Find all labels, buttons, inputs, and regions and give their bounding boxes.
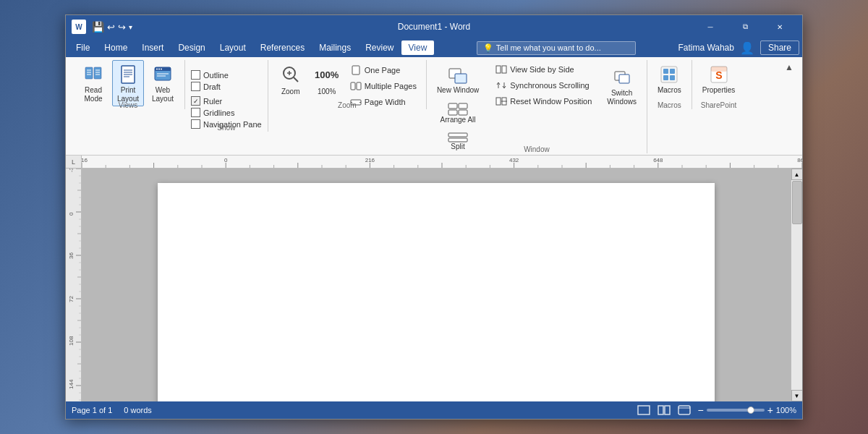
arrange-all-button[interactable]: Arrange All xyxy=(433,100,483,127)
window-left: New Window Arrange All Split xyxy=(433,60,483,153)
reset-window-position-button[interactable]: Reset Window Position xyxy=(492,95,595,108)
undo-button[interactable]: ↩ xyxy=(107,22,115,33)
print-layout-icon xyxy=(116,63,140,86)
window-title: Document1 - Word xyxy=(202,22,666,32)
document-area[interactable] xyxy=(82,169,791,401)
one-page-button[interactable]: One Page xyxy=(346,63,420,77)
read-view-toggle[interactable] xyxy=(657,404,671,417)
user-icon: 👤 xyxy=(740,41,754,55)
zoom-percent-button[interactable]: 100% 100% xyxy=(310,60,344,99)
redo-button[interactable]: ↪ xyxy=(118,22,126,33)
zoom-slider[interactable] xyxy=(707,409,765,412)
menu-references[interactable]: References xyxy=(253,41,312,55)
new-window-button[interactable]: New Window xyxy=(433,63,483,97)
zoom-button[interactable]: Zoom xyxy=(274,60,307,99)
properties-label: Properties xyxy=(702,86,736,95)
scroll-thumb[interactable] xyxy=(792,181,802,224)
ruler-checkbox[interactable]: ✓ xyxy=(191,96,200,106)
zoom-percent-icon: 100% xyxy=(315,63,339,86)
svg-rect-51 xyxy=(670,75,675,80)
print-view-toggle[interactable] xyxy=(637,404,651,417)
menu-insert[interactable]: Insert xyxy=(135,41,171,55)
menu-review[interactable]: Review xyxy=(358,41,401,55)
synchronous-scrolling-button[interactable]: Synchronous Scrolling xyxy=(492,79,595,92)
show-content: Outline Draft ✓ Ruler xyxy=(191,64,262,132)
svg-point-17 xyxy=(161,69,162,70)
scroll-down-button[interactable]: ▼ xyxy=(791,390,803,401)
zoom-group-label: Zoom xyxy=(268,101,426,109)
ribbon-collapse-button[interactable]: ▲ xyxy=(782,60,796,75)
outline-checkbox[interactable] xyxy=(191,70,200,80)
status-bar: Page 1 of 1 0 words − + 100% xyxy=(66,401,802,419)
gridlines-check[interactable]: Gridlines xyxy=(191,108,262,117)
ruler-canvas xyxy=(82,156,802,169)
print-layout-button[interactable]: PrintLayout xyxy=(112,60,144,106)
ruler-area: L xyxy=(66,156,802,169)
user-info: Fatima Wahab 👤 Share xyxy=(678,41,799,55)
page-info: Page 1 of 1 xyxy=(72,406,112,414)
zoom-level: 100% xyxy=(776,406,796,414)
document-page[interactable] xyxy=(158,183,715,401)
window-group-label: Window xyxy=(427,145,647,153)
menu-design[interactable]: Design xyxy=(171,41,212,55)
zoom-plus-button[interactable]: + xyxy=(767,404,773,416)
status-right: − + 100% xyxy=(637,404,796,417)
read-mode-button[interactable]: ReadMode xyxy=(77,60,109,106)
svg-line-23 xyxy=(294,77,298,82)
save-button[interactable]: 💾 xyxy=(92,21,104,33)
menu-home[interactable]: Home xyxy=(97,41,135,55)
menu-view[interactable]: View xyxy=(401,41,435,55)
draft-checkbox[interactable] xyxy=(191,82,200,91)
web-view-toggle[interactable] xyxy=(677,404,692,417)
scroll-track[interactable] xyxy=(791,180,802,390)
minimize-button[interactable]: ─ xyxy=(694,15,727,38)
window-content: New Window Arrange All Split View Side b xyxy=(433,60,641,153)
quick-access-toolbar: 💾 ↩ ↪ ▾ xyxy=(92,21,132,33)
show-checks: Outline Draft ✓ Ruler xyxy=(191,64,262,132)
svg-rect-32 xyxy=(448,103,457,109)
share-button[interactable]: Share xyxy=(760,41,799,55)
tell-me-box[interactable]: 💡 Tell me what you want to do... xyxy=(434,41,678,55)
svg-rect-39 xyxy=(502,66,506,73)
properties-icon: S xyxy=(707,63,731,86)
svg-rect-36 xyxy=(448,133,467,137)
zoom-slider-thumb[interactable] xyxy=(747,407,754,414)
zoom-minus-button[interactable]: − xyxy=(697,404,703,416)
gridlines-checkbox[interactable] xyxy=(191,108,200,117)
ribbon-group-views: ReadMode PrintLayout WebLayout Views xyxy=(72,60,185,109)
sharepoint-group-label: SharePoint xyxy=(692,101,746,109)
menu-mailings[interactable]: Mailings xyxy=(312,41,358,55)
zoom-icon xyxy=(279,63,302,86)
macros-label: Macros xyxy=(658,86,681,95)
svg-point-16 xyxy=(158,69,160,70)
svg-rect-0 xyxy=(85,67,93,79)
tell-me-text: Tell me what you want to do... xyxy=(496,43,601,52)
web-layout-button[interactable]: WebLayout xyxy=(147,60,179,106)
properties-button[interactable]: S Properties xyxy=(698,60,740,98)
restore-button[interactable]: ⧉ xyxy=(728,15,762,38)
multiple-pages-button[interactable]: Multiple Pages xyxy=(346,79,420,93)
customize-button[interactable]: ▾ xyxy=(129,23,132,31)
views-group-label: Views xyxy=(72,101,184,109)
show-group-label: Show xyxy=(185,124,268,132)
ruler-check[interactable]: ✓ Ruler xyxy=(191,96,262,106)
switch-windows-button[interactable]: SwitchWindows xyxy=(603,63,641,109)
svg-rect-42 xyxy=(496,98,501,105)
zoom-control[interactable]: − + 100% xyxy=(697,404,796,416)
outline-check[interactable]: Outline xyxy=(191,70,229,80)
svg-rect-54 xyxy=(711,67,727,72)
macros-button[interactable]: Macros xyxy=(653,60,686,98)
view-side-by-side-button[interactable]: View Side by Side xyxy=(492,63,595,76)
vertical-scrollbar[interactable]: ▲ ▼ xyxy=(791,169,802,401)
svg-rect-58 xyxy=(678,406,690,414)
ribbon-group-macros: Macros Macros xyxy=(647,60,692,109)
svg-rect-31 xyxy=(455,74,467,83)
menu-layout[interactable]: Layout xyxy=(213,41,253,55)
draft-check[interactable]: Draft xyxy=(191,82,229,91)
menu-file[interactable]: File xyxy=(69,41,97,55)
svg-rect-34 xyxy=(448,110,457,115)
close-button[interactable]: ✕ xyxy=(763,15,796,38)
switch-windows-label: SwitchWindows xyxy=(607,89,637,106)
svg-point-15 xyxy=(156,69,158,70)
scroll-up-button[interactable]: ▲ xyxy=(791,169,803,180)
